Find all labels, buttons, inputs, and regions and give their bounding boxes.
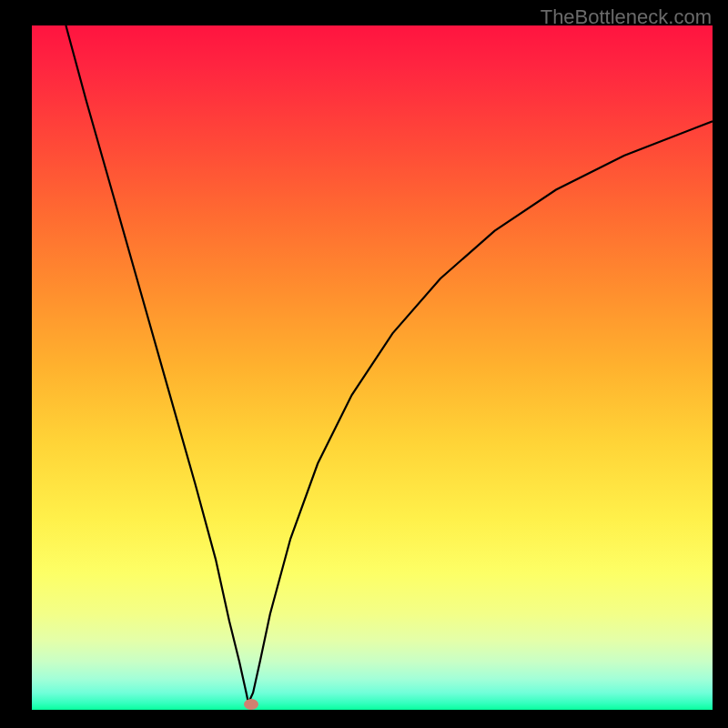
watermark-text: TheBottleneck.com — [541, 5, 712, 29]
optimal-point-marker — [244, 699, 258, 710]
chart-area — [32, 25, 713, 710]
bottleneck-curve — [32, 25, 713, 710]
